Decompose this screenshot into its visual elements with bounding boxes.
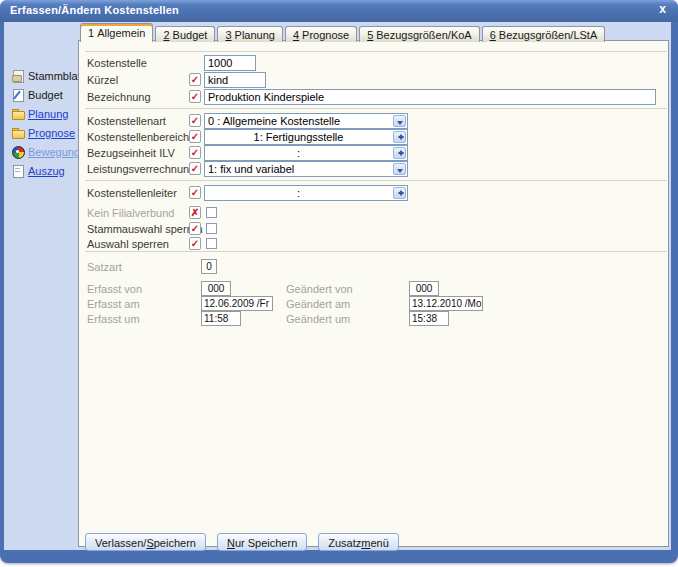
tab-page-allgemein: Kostenstelle Kürzel Bezeichnung Kostenst… [78,40,669,547]
edit-check-icon[interactable] [189,186,201,199]
button-accelerator: N [227,537,235,549]
erfasst-von-label: Erfasst von [87,283,142,295]
tab-accelerator: 2 [163,29,169,41]
separator [85,108,667,109]
sidebar-item-stammblatt[interactable]: Stammblatt [11,66,84,85]
sidebar-item-prognose[interactable]: Prognose [11,123,84,142]
sidebar-item-budget[interactable]: Budget [11,85,84,104]
tab-label: Budget [173,29,208,41]
tab-label: Prognose [302,29,349,41]
separator [85,51,667,52]
spinner-updown-icon[interactable] [393,131,406,143]
tab-allgemein[interactable]: 1Allgemein [80,23,153,42]
kostenstellenbereich-select[interactable]: 1: Fertigungsstelle [204,129,408,145]
edit-check-icon[interactable] [189,237,201,250]
separator [85,180,667,181]
bezugseinheit-ilv-value: : [205,147,392,159]
sidebar-item-label: Budget [28,89,63,101]
bezeichnung-input[interactable] [204,89,656,105]
tab-bezugsgroessen-koa[interactable]: 5Bezugsgrößen/KoA [359,26,480,42]
edit-check-icon[interactable] [189,90,201,103]
tab-prognose[interactable]: 4Prognose [285,26,357,42]
sidebar-item-bewegung[interactable]: Bewegung [11,142,84,161]
satzart-value: 0 [201,259,217,274]
geaendert-von-value: 000 [409,281,439,296]
sidebar-item-label: Planung [28,108,68,120]
page-pencil-icon [11,88,24,101]
folder-icon [11,126,24,139]
kostenstellenart-label: Kostenstellenart [87,115,166,127]
window-title: Erfassen/Ändern Kostenstellen [10,4,179,16]
edit-check-icon[interactable] [189,222,201,235]
erfasst-um-value: 11:58 [201,311,241,326]
tab-accelerator: 4 [293,29,299,41]
sidebar-item-auszug[interactable]: Auszug [11,161,84,180]
tab-planung[interactable]: 3Planung [217,26,283,42]
button-accelerator: S [146,537,153,549]
edit-check-icon[interactable] [189,73,201,86]
tab-budget[interactable]: 2Budget [155,26,215,42]
sidebar: Stammblatt Budget Planung Prognose Beweg… [4,22,78,550]
sidebar-item-label: Prognose [28,127,75,139]
stammauswahl-sperren-checkbox[interactable] [206,223,217,234]
spinner-updown-icon[interactable] [393,147,406,159]
edit-check-icon[interactable] [189,146,201,159]
nur-speichern-button[interactable]: Nur Speichern [217,533,307,551]
close-icon[interactable]: x [659,2,666,16]
chevron-down-icon[interactable] [393,115,406,127]
kein-filialverbund-checkbox[interactable] [206,207,217,218]
stammauswahl-sperren-label: Stammauswahl sperren [87,223,203,235]
separator [85,251,667,252]
verlassen-speichern-button[interactable]: Verlassen/Speichern [85,533,206,551]
kostenstellenart-select[interactable]: 0 : Allgemeine Kostenstelle [204,113,408,129]
zusatzmenu-button[interactable]: Zusatzmenü [318,533,399,551]
edit-cross-icon[interactable] [189,206,201,219]
tab-label: Bezugsgrößen/LStA [499,29,597,41]
erfasst-um-label: Erfasst um [87,313,140,325]
tab-bar: 1Allgemein 2Budget 3Planung 4Prognose 5B… [80,24,605,42]
tab-label: Bezugsgrößen/KoA [376,29,471,41]
sidebar-item-label: Auszug [28,165,65,177]
kuerzel-label: Kürzel [87,74,118,86]
kostenstellenbereich-label: Kostenstellenbereich [87,131,189,143]
geaendert-von-label: Geändert von [286,283,353,295]
button-text: ur Speichern [235,537,297,549]
button-text: Zusatz [328,537,361,549]
leistungsverrechnung-select[interactable]: 1: fix und variabel [204,161,408,177]
geaendert-um-label: Geändert um [286,313,350,325]
kostenstelle-input[interactable] [204,55,256,71]
tab-bezugsgroessen-lsta[interactable]: 6Bezugsgrößen/LStA [482,26,606,42]
kostenstelle-label: Kostenstelle [87,57,147,69]
chevron-down-icon[interactable] [393,163,406,175]
auswahl-sperren-label: Auswahl sperren [87,238,169,250]
spinner-updown-icon[interactable] [393,187,406,199]
bezugseinheit-ilv-select[interactable]: : [204,145,408,161]
button-text: peichern [154,537,196,549]
title-bar: Erfassen/Ändern Kostenstellen x [0,0,678,22]
kostenstellenleiter-value: : [205,187,392,199]
kostenstellenbereich-value: 1: Fertigungsstelle [205,131,392,143]
edit-check-icon[interactable] [189,114,201,127]
sidebar-item-planung[interactable]: Planung [11,104,84,123]
tab-accelerator: 6 [490,29,496,41]
bezugseinheit-ilv-label: Bezugseinheit ILV [87,147,175,159]
kuerzel-input[interactable] [204,72,266,88]
kein-filialverbund-label: Kein Filialverbund [87,207,174,219]
button-text: enü [370,537,388,549]
geaendert-am-value: 13.12.2010 /Mo [409,296,483,311]
geaendert-am-label: Geändert am [286,298,350,310]
tab-label: Planung [235,29,275,41]
app-window: Erfassen/Ändern Kostenstellen x Stammbla… [0,0,678,563]
satzart-label: Satzart [87,261,122,273]
bezeichnung-label: Bezeichnung [87,91,151,103]
edit-check-icon[interactable] [189,162,201,175]
geaendert-um-value: 15:38 [409,311,449,326]
auswahl-sperren-checkbox[interactable] [206,238,217,249]
sidebar-item-label: Bewegung [28,146,80,158]
color-wheel-icon [11,145,24,158]
kostenstellenleiter-select[interactable]: : [204,185,408,201]
window-body: Stammblatt Budget Planung Prognose Beweg… [4,22,671,550]
tab-accelerator: 5 [367,29,373,41]
edit-check-icon[interactable] [189,130,201,143]
button-text: Verlassen/ [95,537,146,549]
